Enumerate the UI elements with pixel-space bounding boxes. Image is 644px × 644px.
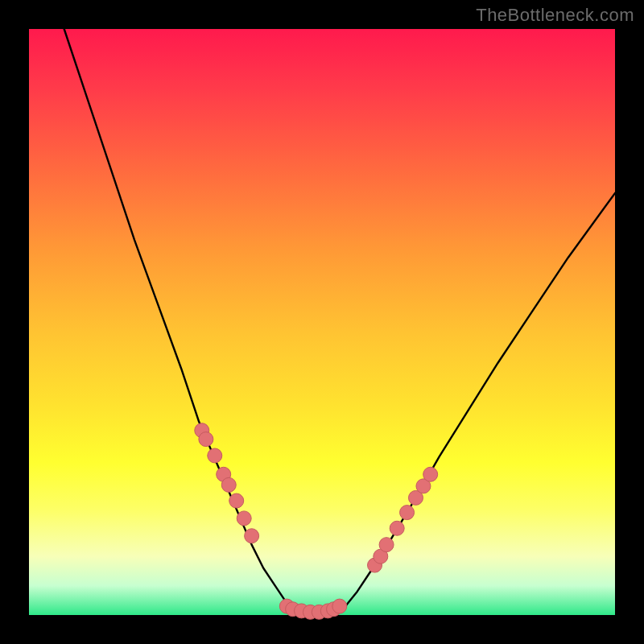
marker-point-left (199, 432, 213, 447)
marker-point-right (390, 521, 404, 535)
chart-svg (0, 0, 644, 644)
marker-point-left (245, 529, 259, 543)
marker-point-left (237, 511, 251, 526)
curve-segment (64, 29, 615, 614)
marker-point-right (400, 506, 415, 520)
marker-point-left (221, 477, 236, 492)
marker-point-floor (332, 599, 347, 613)
chart-frame: TheBottleneck.com (0, 0, 644, 644)
marker-point-right (379, 538, 394, 552)
marker-point-right (423, 467, 438, 481)
marker-point-left (208, 448, 222, 463)
marker-point-left (229, 493, 244, 508)
